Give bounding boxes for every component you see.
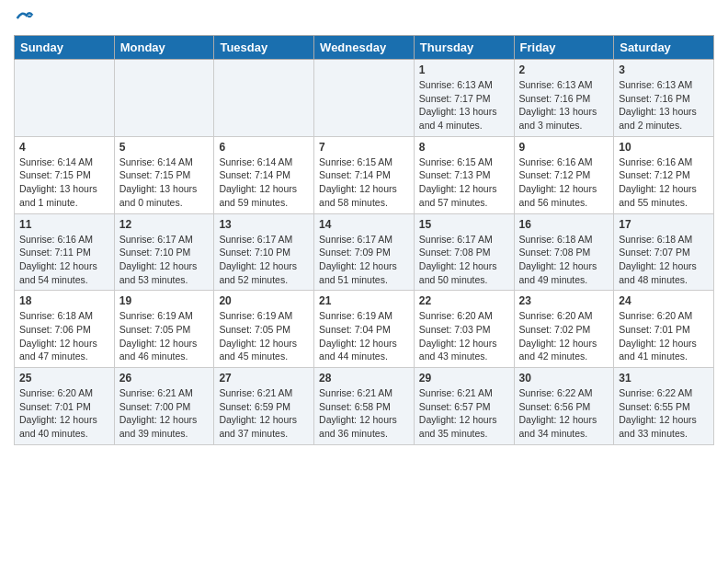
- sunset-text: Sunset: 7:12 PM: [519, 169, 591, 180]
- sunset-text: Sunset: 7:09 PM: [319, 247, 391, 258]
- sunset-text: Sunset: 7:02 PM: [519, 324, 591, 335]
- day-info: Sunrise: 6:13 AMSunset: 7:16 PMDaylight:…: [619, 78, 709, 132]
- day-info: Sunrise: 6:18 AMSunset: 7:07 PMDaylight:…: [619, 233, 709, 287]
- sunset-text: Sunset: 7:08 PM: [419, 247, 491, 258]
- day-info: Sunrise: 6:16 AMSunset: 7:11 PMDaylight:…: [19, 233, 109, 287]
- day-number: 4: [19, 141, 109, 154]
- day-info: Sunrise: 6:14 AMSunset: 7:15 PMDaylight:…: [19, 155, 109, 210]
- sunrise-text: Sunrise: 6:21 AM: [419, 387, 493, 398]
- sunrise-text: Sunrise: 6:17 AM: [319, 234, 392, 245]
- sunset-text: Sunset: 6:58 PM: [319, 401, 391, 412]
- daylight-text: Daylight: 12 hours and 48 minutes.: [619, 260, 697, 285]
- daylight-text: Daylight: 12 hours and 49 minutes.: [519, 260, 597, 285]
- day-number: 10: [619, 141, 709, 154]
- sunset-text: Sunset: 7:13 PM: [419, 169, 491, 180]
- calendar-cell: 4Sunrise: 6:14 AMSunset: 7:15 PMDaylight…: [15, 136, 115, 213]
- sunset-text: Sunset: 7:16 PM: [619, 93, 690, 104]
- sunrise-text: Sunrise: 6:16 AM: [19, 234, 93, 245]
- sunset-text: Sunset: 7:05 PM: [219, 324, 290, 335]
- day-number: 11: [19, 218, 109, 231]
- daylight-text: Daylight: 13 hours and 0 minutes.: [119, 183, 198, 208]
- day-number: 13: [219, 218, 309, 231]
- day-number: 21: [319, 294, 409, 307]
- day-number: 2: [519, 63, 609, 76]
- calendar-cell: 20Sunrise: 6:19 AMSunset: 7:05 PMDayligh…: [214, 291, 314, 368]
- daylight-text: Daylight: 12 hours and 33 minutes.: [619, 414, 697, 439]
- day-info: Sunrise: 6:14 AMSunset: 7:14 PMDaylight:…: [219, 155, 309, 210]
- day-of-week-header: Friday: [514, 36, 614, 60]
- sunset-text: Sunset: 7:10 PM: [119, 247, 191, 258]
- calendar-cell: 10Sunrise: 6:16 AMSunset: 7:12 PMDayligh…: [614, 136, 714, 213]
- daylight-text: Daylight: 12 hours and 44 minutes.: [319, 338, 397, 362]
- sunrise-text: Sunrise: 6:13 AM: [419, 79, 493, 90]
- day-number: 3: [619, 63, 709, 76]
- sunset-text: Sunset: 7:15 PM: [19, 169, 91, 180]
- sunset-text: Sunset: 7:12 PM: [619, 169, 690, 180]
- logo: [14, 9, 34, 28]
- day-info: Sunrise: 6:21 AMSunset: 6:57 PMDaylight:…: [419, 386, 509, 441]
- day-number: 26: [119, 372, 210, 385]
- day-info: Sunrise: 6:15 AMSunset: 7:13 PMDaylight:…: [419, 155, 509, 210]
- page: SundayMondayTuesdayWednesdayThursdayFrid…: [0, 0, 728, 454]
- day-info: Sunrise: 6:13 AMSunset: 7:17 PMDaylight:…: [419, 78, 509, 132]
- day-number: 17: [619, 218, 709, 231]
- daylight-text: Daylight: 12 hours and 45 minutes.: [219, 338, 297, 362]
- day-number: 18: [19, 294, 109, 307]
- calendar-cell: 12Sunrise: 6:17 AMSunset: 7:10 PMDayligh…: [114, 213, 214, 291]
- calendar-cell: 23Sunrise: 6:20 AMSunset: 7:02 PMDayligh…: [514, 291, 614, 368]
- daylight-text: Daylight: 12 hours and 41 minutes.: [619, 338, 697, 362]
- calendar-cell: 29Sunrise: 6:21 AMSunset: 6:57 PMDayligh…: [414, 368, 514, 445]
- sunrise-text: Sunrise: 6:16 AM: [519, 156, 593, 167]
- sunrise-text: Sunrise: 6:16 AM: [619, 156, 692, 167]
- calendar-cell: 31Sunrise: 6:22 AMSunset: 6:55 PMDayligh…: [614, 368, 714, 445]
- day-info: Sunrise: 6:17 AMSunset: 7:09 PMDaylight:…: [319, 233, 409, 287]
- day-info: Sunrise: 6:18 AMSunset: 7:06 PMDaylight:…: [19, 309, 109, 363]
- daylight-text: Daylight: 12 hours and 35 minutes.: [419, 414, 497, 439]
- sunrise-text: Sunrise: 6:20 AM: [419, 310, 493, 321]
- sunrise-text: Sunrise: 6:19 AM: [119, 310, 193, 321]
- daylight-text: Daylight: 12 hours and 40 minutes.: [19, 414, 97, 439]
- calendar-cell: 19Sunrise: 6:19 AMSunset: 7:05 PMDayligh…: [114, 291, 214, 368]
- sunset-text: Sunset: 7:01 PM: [19, 401, 91, 412]
- sunrise-text: Sunrise: 6:21 AM: [319, 387, 392, 398]
- day-info: Sunrise: 6:20 AMSunset: 7:01 PMDaylight:…: [19, 386, 109, 441]
- day-info: Sunrise: 6:16 AMSunset: 7:12 PMDaylight:…: [519, 155, 609, 210]
- day-info: Sunrise: 6:21 AMSunset: 6:58 PMDaylight:…: [319, 386, 409, 441]
- day-of-week-header: Thursday: [414, 36, 514, 60]
- sunset-text: Sunset: 7:03 PM: [419, 324, 491, 335]
- sunset-text: Sunset: 6:57 PM: [419, 401, 491, 412]
- daylight-text: Daylight: 12 hours and 55 minutes.: [619, 183, 697, 208]
- day-info: Sunrise: 6:19 AMSunset: 7:05 PMDaylight:…: [119, 309, 210, 363]
- calendar-cell: 25Sunrise: 6:20 AMSunset: 7:01 PMDayligh…: [15, 368, 115, 445]
- day-of-week-header: Monday: [114, 36, 214, 60]
- day-number: 31: [619, 372, 709, 385]
- day-info: Sunrise: 6:22 AMSunset: 6:55 PMDaylight:…: [619, 386, 709, 441]
- day-number: 6: [219, 141, 309, 154]
- daylight-text: Daylight: 12 hours and 52 minutes.: [219, 260, 297, 285]
- sunrise-text: Sunrise: 6:15 AM: [419, 156, 493, 167]
- day-info: Sunrise: 6:16 AMSunset: 7:12 PMDaylight:…: [619, 155, 709, 210]
- sunrise-text: Sunrise: 6:19 AM: [219, 310, 292, 321]
- daylight-text: Daylight: 12 hours and 43 minutes.: [419, 338, 497, 362]
- calendar-cell: 6Sunrise: 6:14 AMSunset: 7:14 PMDaylight…: [214, 136, 314, 213]
- calendar-table: SundayMondayTuesdayWednesdayThursdayFrid…: [14, 35, 714, 445]
- daylight-text: Daylight: 12 hours and 39 minutes.: [119, 414, 198, 439]
- calendar-cell: 5Sunrise: 6:14 AMSunset: 7:15 PMDaylight…: [114, 136, 214, 213]
- day-number: 15: [419, 218, 509, 231]
- day-of-week-header: Saturday: [614, 36, 714, 60]
- sunset-text: Sunset: 7:07 PM: [619, 247, 690, 258]
- calendar-cell: 22Sunrise: 6:20 AMSunset: 7:03 PMDayligh…: [414, 291, 514, 368]
- day-number: 25: [19, 372, 109, 385]
- sunset-text: Sunset: 7:16 PM: [519, 93, 591, 104]
- day-info: Sunrise: 6:20 AMSunset: 7:01 PMDaylight:…: [619, 309, 709, 363]
- calendar-header-row: SundayMondayTuesdayWednesdayThursdayFrid…: [15, 36, 714, 60]
- day-number: 20: [219, 294, 309, 307]
- daylight-text: Daylight: 13 hours and 3 minutes.: [519, 106, 597, 131]
- day-number: 29: [419, 372, 509, 385]
- sunrise-text: Sunrise: 6:21 AM: [119, 387, 193, 398]
- day-info: Sunrise: 6:15 AMSunset: 7:14 PMDaylight:…: [319, 155, 409, 210]
- sunset-text: Sunset: 7:04 PM: [319, 324, 391, 335]
- calendar-week-row: 18Sunrise: 6:18 AMSunset: 7:06 PMDayligh…: [15, 291, 714, 368]
- sunset-text: Sunset: 7:01 PM: [619, 324, 690, 335]
- calendar-cell: [15, 60, 115, 137]
